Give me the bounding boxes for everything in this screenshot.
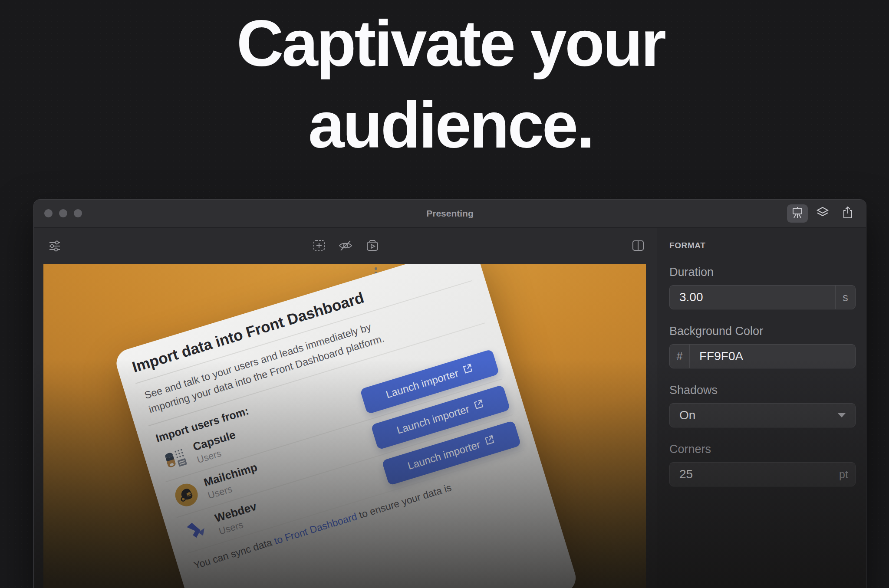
duration-value[interactable]: 3.00 <box>670 286 835 309</box>
chevron-down-icon <box>838 413 846 417</box>
columns-icon <box>631 239 645 253</box>
app-window: Presenting <box>34 200 866 588</box>
toolbar-center-group <box>34 238 658 253</box>
external-link-icon <box>461 362 475 378</box>
background-color-label: Background Color <box>669 325 856 338</box>
toggle-sidebar-button[interactable] <box>631 239 645 253</box>
eye-off-icon <box>338 238 353 253</box>
titlebar-actions <box>787 200 858 227</box>
corners-input[interactable]: 25 pt <box>669 462 856 486</box>
shadows-value: On <box>670 404 838 427</box>
corners-value[interactable]: 25 <box>670 463 832 486</box>
record-button[interactable] <box>365 238 380 253</box>
duration-input[interactable]: 3.00 s <box>669 285 856 309</box>
camera-record-icon <box>365 238 380 253</box>
easel-icon <box>791 206 804 221</box>
share-icon <box>841 206 854 221</box>
import-row-text: Webdev Users <box>213 499 262 537</box>
shadows-label: Shadows <box>669 384 856 397</box>
external-link-icon <box>472 398 486 414</box>
hex-prefix: # <box>670 345 690 368</box>
format-sidebar: FORMAT Duration 3.00 s Background Color … <box>658 228 866 588</box>
corners-label: Corners <box>669 443 856 456</box>
duration-unit: s <box>835 286 855 309</box>
add-frame-button[interactable] <box>312 238 326 253</box>
present-button[interactable] <box>787 204 808 223</box>
slide-canvas[interactable]: Import data into Front Dashboard See and… <box>43 264 646 588</box>
external-link-icon <box>483 434 497 449</box>
layers-icon <box>816 206 829 221</box>
capsule-logo-icon <box>160 443 191 475</box>
share-button[interactable] <box>837 204 858 223</box>
titlebar: Presenting <box>34 200 866 227</box>
hide-button[interactable] <box>338 238 353 253</box>
shadows-dropdown[interactable]: On <box>669 403 856 427</box>
window-content: Import data into Front Dashboard See and… <box>34 228 866 588</box>
hero-heading-line1: Captivate your <box>6 3 889 84</box>
format-section-title: FORMAT <box>669 241 856 250</box>
slide-card: Import data into Front Dashboard See and… <box>113 264 579 588</box>
canvas-toolbar <box>34 228 658 264</box>
import-row-text: Capsule Users <box>191 428 241 466</box>
window-title: Presenting <box>34 208 866 219</box>
duration-label: Duration <box>669 266 856 279</box>
add-frame-icon <box>312 238 326 253</box>
hero-heading: Captivate your audience. <box>6 3 889 166</box>
editor-pane: Import data into Front Dashboard See and… <box>34 228 658 588</box>
corners-unit: pt <box>832 463 855 486</box>
hero-heading-line2: audience. <box>6 84 889 166</box>
layers-button[interactable] <box>812 204 833 223</box>
webdev-logo-icon <box>182 515 213 546</box>
background-color-input[interactable]: # FF9F0A <box>669 344 856 368</box>
background-color-value[interactable]: FF9F0A <box>690 345 855 368</box>
mailchimp-logo-icon <box>171 479 202 510</box>
